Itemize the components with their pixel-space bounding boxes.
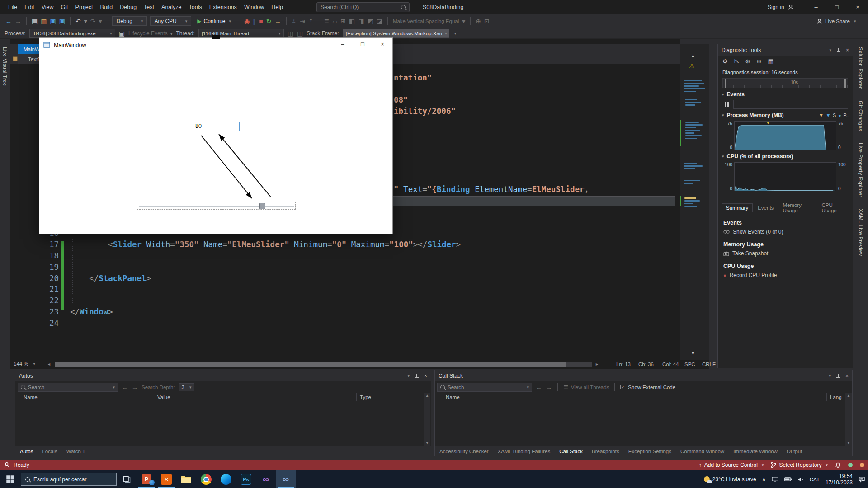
take-snapshot-link[interactable]: Take Snapshot	[718, 249, 853, 258]
break-all-icon[interactable]: ∥	[253, 16, 256, 26]
autos-col-name[interactable]: Name	[24, 394, 38, 400]
sign-in-button[interactable]: Sign in	[768, 0, 794, 14]
snapshot-marker-icon[interactable]: ▼	[826, 113, 830, 118]
call-stack-header[interactable]: Call Stack ▾ ×	[435, 370, 852, 381]
hscroll-track[interactable]	[55, 362, 592, 367]
next-icon[interactable]: →	[132, 382, 138, 392]
taskbar-app-visual-studio-running[interactable]: ∞	[276, 470, 296, 488]
zoom-dropdown[interactable]: 144 %▾	[14, 361, 35, 366]
align-top-icon[interactable]: ◩	[367, 16, 373, 26]
autos-col-type[interactable]: Type	[360, 394, 371, 400]
scrollbar-down-icon[interactable]: ▼	[691, 351, 695, 356]
tab-solution-explorer[interactable]: Solution Explorer	[858, 47, 863, 89]
column-splitter[interactable]	[154, 393, 154, 401]
save-icon[interactable]: ▣	[50, 16, 56, 26]
ruler-left-handle[interactable]	[725, 79, 726, 88]
diag-tab-cpu-usage[interactable]: CPU Usage	[818, 201, 849, 215]
tab-live-visual-tree[interactable]: Live Visual Tree	[2, 47, 8, 86]
taskbar-app-powerpoint[interactable]: P	[137, 470, 156, 488]
task-view-button[interactable]	[117, 470, 137, 488]
slider-thumb[interactable]	[259, 203, 265, 209]
zoom-icon[interactable]: ⊕	[476, 16, 481, 26]
taskbar-app-visual-studio[interactable]: ∞	[256, 470, 276, 488]
undo-icon[interactable]: ↶	[75, 16, 81, 26]
wpf-titlebar[interactable]: MainWindow – □ ×	[39, 38, 392, 53]
stack-frame-dropdown[interactable]: [Exception] System.Windows.Markup.Xan▾	[343, 29, 449, 38]
autos-header[interactable]: Autos ▾ ×	[15, 370, 431, 381]
save-all-icon[interactable]: ▣	[59, 16, 65, 26]
autos-search-box[interactable]: Search ▾	[18, 383, 118, 392]
taskbar-app-office-x[interactable]: ✕	[156, 470, 176, 488]
tab-git-changes[interactable]: Git Changes	[858, 101, 863, 131]
debug-row-overflow-icon[interactable]: ▾	[454, 31, 457, 36]
align-left-icon[interactable]: ◧	[349, 16, 355, 26]
close-button[interactable]: ×	[847, 0, 868, 14]
menu-item-extensions[interactable]: Extensions	[206, 0, 241, 14]
editor-minimap[interactable]: ▲ ⚠ ▼	[680, 44, 709, 360]
bell-icon[interactable]	[835, 462, 841, 468]
start-button[interactable]	[0, 470, 21, 488]
taskbar-app-edge[interactable]	[216, 470, 236, 488]
show-next-statement-icon[interactable]: →	[275, 16, 281, 26]
next-frame-icon[interactable]: →	[546, 382, 552, 392]
spacing-caret-icon[interactable]: ▾	[462, 16, 465, 26]
hscroll-right-icon[interactable]: ►	[595, 362, 599, 366]
hscroll-thumb[interactable]	[55, 362, 566, 367]
tray-expand-icon[interactable]: ∧	[762, 476, 766, 482]
diag-tab-summary[interactable]: Summary	[722, 203, 753, 212]
tab-watch-1[interactable]: Watch 1	[62, 446, 90, 456]
restart-icon[interactable]: ↻	[266, 16, 272, 26]
nav-forward-icon[interactable]: →	[15, 16, 21, 26]
notification-status-icon[interactable]	[848, 463, 853, 467]
lifecycle-events-dropdown[interactable]: Lifecycle Events ▾	[128, 30, 173, 37]
align-bottom-icon[interactable]: ◪	[377, 16, 382, 26]
tab-xaml-live-preview[interactable]: XAML Live Preview	[858, 209, 863, 256]
taskbar-app-chrome[interactable]	[196, 470, 216, 488]
slider-track[interactable]	[139, 206, 294, 207]
prev-icon[interactable]: ←	[122, 382, 128, 392]
display-icon[interactable]	[772, 477, 778, 482]
scrollbar-up-icon[interactable]: ▲	[691, 53, 695, 58]
menu-item-tools[interactable]: Tools	[185, 0, 206, 14]
solution-platform-dropdown[interactable]: Any CPU▾	[150, 16, 191, 26]
step-over-icon[interactable]: ⇥	[300, 16, 305, 26]
solution-config-dropdown[interactable]: Debug▾	[112, 16, 147, 26]
line-ending-toggle[interactable]: CRLF	[702, 361, 716, 367]
redo-caret-icon[interactable]: ▾	[99, 16, 102, 26]
menu-item-debug[interactable]: Debug	[116, 0, 140, 14]
battery-icon[interactable]	[784, 477, 792, 481]
show-events-link[interactable]: Show Events (0 of 0)	[718, 227, 853, 237]
document-outline-icon[interactable]: ≣	[324, 16, 330, 26]
taskbar-app-photoshop[interactable]: Ps	[236, 470, 256, 488]
stop-icon[interactable]: ■	[259, 16, 263, 26]
tab-immediate-window[interactable]: Immediate Window	[729, 446, 782, 456]
hscroll-left-icon[interactable]: ◄	[47, 362, 51, 366]
open-file-icon[interactable]: ▥	[41, 16, 47, 26]
quick-search-box[interactable]: Search (Ctrl+Q)	[316, 2, 410, 12]
diagnostic-tools-header[interactable]: Diagnostic Tools ▾ ×	[718, 44, 853, 56]
device-preview-icon[interactable]: ⊡	[484, 16, 490, 26]
wpf-minimize-button[interactable]: –	[333, 38, 353, 51]
menu-item-edit[interactable]: Edit	[21, 0, 38, 14]
settings-gear-icon[interactable]: ⚙	[722, 58, 728, 65]
designer-pointer-icon[interactable]: ▱	[332, 16, 337, 26]
menu-item-git[interactable]: Git	[57, 0, 72, 14]
tab-xaml-binding-failures[interactable]: XAML Binding Failures	[493, 446, 555, 456]
cs-col-name[interactable]: Name	[446, 394, 460, 400]
reset-view-icon[interactable]: ▦	[768, 58, 773, 65]
weather-widget[interactable]: 23°C Lluvia suave	[704, 476, 756, 483]
tab-exception-settings[interactable]: Exception Settings	[624, 446, 676, 456]
spaces-toggle[interactable]: SPC	[684, 361, 695, 367]
call-stack-vscrollbar[interactable]: ▲▼	[845, 393, 852, 446]
step-into-icon[interactable]: ⇣	[292, 16, 297, 26]
tab-autos[interactable]: Autos	[15, 446, 38, 456]
zoom-in-icon[interactable]: ⊕	[745, 58, 750, 65]
menu-item-build[interactable]: Build	[96, 0, 116, 14]
tab-call-stack[interactable]: Call Stack	[555, 446, 587, 456]
export-icon[interactable]: ⇱	[734, 58, 739, 65]
grid-icon[interactable]: ⊞	[340, 16, 346, 26]
menu-item-project[interactable]: Project	[72, 0, 97, 14]
tab-accessibility-checker[interactable]: Accessibility Checker	[435, 446, 493, 456]
chevron-down-icon[interactable]: ▾	[407, 374, 410, 378]
feedback-status-icon[interactable]	[860, 463, 864, 467]
